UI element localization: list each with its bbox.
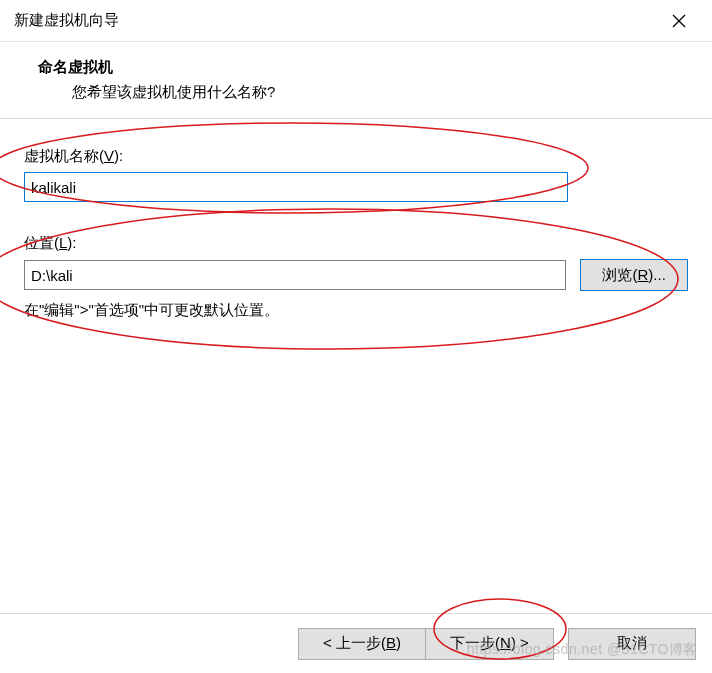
browse-button[interactable]: 浏览(R)... [580, 259, 688, 291]
close-icon [672, 14, 686, 28]
location-label: 位置(L): [24, 234, 688, 253]
wizard-header: 命名虚拟机 您希望该虚拟机使用什么名称? [0, 42, 712, 119]
wizard-step-title: 命名虚拟机 [38, 58, 712, 77]
close-button[interactable] [658, 2, 700, 40]
wizard-footer: < 上一步(B) 下一步(N) > 取消 [0, 613, 712, 673]
next-button[interactable]: 下一步(N) > [426, 628, 554, 660]
titlebar: 新建虚拟机向导 [0, 0, 712, 42]
window-title: 新建虚拟机向导 [14, 11, 119, 30]
wizard-step-subtitle: 您希望该虚拟机使用什么名称? [38, 83, 712, 102]
vm-name-label: 虚拟机名称(V): [24, 147, 688, 166]
vm-name-input[interactable] [24, 172, 568, 202]
cancel-button[interactable]: 取消 [568, 628, 696, 660]
location-input[interactable] [24, 260, 566, 290]
wizard-content: 虚拟机名称(V): 位置(L): 浏览(R)... 在"编辑">"首选项"中可更… [0, 119, 712, 320]
annotation-ellipse-name [0, 113, 610, 223]
back-button[interactable]: < 上一步(B) [298, 628, 426, 660]
location-hint: 在"编辑">"首选项"中可更改默认位置。 [24, 301, 688, 320]
